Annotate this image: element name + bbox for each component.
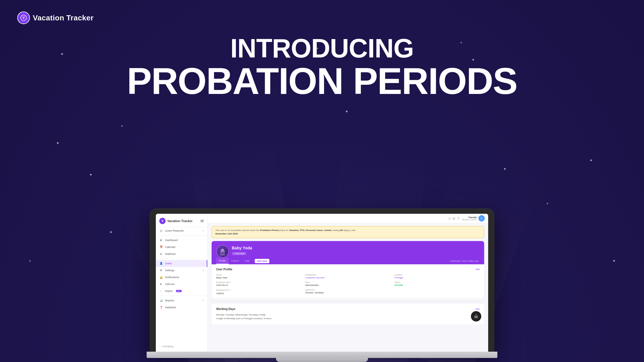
profile-header-card: Baby Yoda + Add Label <box>212 241 484 258</box>
sidebar-item-calendar[interactable]: 📅Calendar <box>156 244 207 251</box>
sidebar-item-notifications[interactable]: 🔔Notifications <box>156 274 207 281</box>
changelog-label[interactable]: Changelog <box>162 345 173 348</box>
add-label-button[interactable]: + Add Label <box>232 252 246 255</box>
profile-name-area: Baby Yoda + Add Label <box>232 246 252 258</box>
field-location-value[interactable]: Portugal <box>394 276 480 279</box>
profile-fields-grid: Name: Baby Yoda Department: Customer Suc… <box>216 274 480 295</box>
tab-profile[interactable]: Profile <box>216 258 229 264</box>
field-department: Department: Customer Success <box>305 274 390 279</box>
sidebar-item-icon: ⊕ <box>159 282 163 286</box>
sidebar-item-helpdesk[interactable]: ❓Helpdesk <box>156 304 207 311</box>
logo-text: Vacation Tracker <box>33 14 93 22</box>
probation-date: November 11th 3034. <box>215 232 238 235</box>
field-role: Role: Administrator <box>305 281 390 286</box>
field-employee-id-label: Employee ID ⓘ <box>216 289 301 292</box>
sidebar-item-import[interactable]: ↑ImportNew <box>156 288 207 294</box>
workday-length-value: Length of Workday (set on Portugal Locat… <box>216 317 480 320</box>
field-employee-since: Employee since: 2024-09-13 <box>216 281 301 286</box>
svg-point-10 <box>476 317 477 317</box>
svg-point-9 <box>475 317 476 317</box>
user-profile-edit-link[interactable]: Edit <box>476 268 480 271</box>
working-days-value: Monday, Tuesday, Wednesday, Thursday, Fr… <box>216 313 480 316</box>
svg-point-6 <box>223 251 225 253</box>
field-employee-id: Employee ID ⓘ 135543 <box>216 289 301 295</box>
laptop-screen-outer: V Vacation Tracker ◱Leave Requests▾⊞Dash… <box>150 209 494 352</box>
headline-intro: INTRODUCING <box>17 34 627 62</box>
sidebar-item-add-ons[interactable]: ⊕Add-ons <box>156 281 207 288</box>
field-employee-since-label: Employee since: <box>216 281 301 283</box>
help-icon[interactable]: ? <box>458 217 459 220</box>
breadcrumb: Dashboard / Users / Baby Yoda <box>450 260 480 262</box>
laptop: V Vacation Tracker ◱Leave Requests▾⊞Dash… <box>150 209 494 362</box>
changelog-icon: ↑ <box>159 345 160 348</box>
sidebar-item-icon: ↑ <box>159 289 163 293</box>
probation-leave-types: Vacation, PTO, Personal Leave, remote <box>289 229 332 232</box>
probation-banner: The user is on a probation period under … <box>212 226 484 238</box>
sidebar-item-label: Wallchart <box>165 253 176 255</box>
laptop-screen: V Vacation Tracker ◱Leave Requests▾⊞Dash… <box>156 214 488 352</box>
sidebar-items-container: ◱Leave Requests▾⊞Dashboard📅Calendar⊟Wall… <box>156 227 207 311</box>
sidebar-item-dashboard[interactable]: ⊞Dashboard <box>156 237 207 244</box>
sidebar-item-badge: New <box>176 290 182 292</box>
field-approvers: Approvers: Denarie, Zendaya <box>305 289 390 295</box>
sidebar-item-icon: ❓ <box>159 306 163 309</box>
sidebar-item-label: Leave Requests <box>165 229 184 232</box>
profile-name: Baby Yoda <box>232 246 252 250</box>
field-department-value[interactable]: Customer Success <box>305 276 390 279</box>
star: ✦ <box>56 141 60 145</box>
field-role-label: Role: <box>305 281 390 283</box>
back-icon[interactable]: ◁ <box>448 217 450 220</box>
probation-policy-bold: Probation Period <box>260 229 279 232</box>
svg-text:V: V <box>22 16 25 20</box>
profile-content: User Profile Edit Name: Baby Yoda <box>212 264 484 298</box>
star: + <box>29 259 31 263</box>
sidebar-item-label: Users <box>165 262 172 265</box>
probation-text-end: day(s), until <box>343 229 355 232</box>
sidebar-item-label: Notifications <box>165 276 179 279</box>
robot-icon <box>471 311 481 321</box>
tab-leaves[interactable]: Leaves <box>229 258 242 264</box>
topbar-user: Claudia Vacation Tracker C <box>462 215 485 222</box>
refresh-icon[interactable]: ◎ <box>453 217 455 220</box>
field-status-label: Status: <box>394 281 480 283</box>
sidebar-item-icon: ⊞ <box>159 238 163 242</box>
topbar: ◁ ◎ ? Claudia Vacation Tracker C <box>208 214 488 223</box>
sidebar-item-icon: ⊟ <box>159 252 163 256</box>
main-content: ◁ ◎ ? Claudia Vacation Tracker C <box>208 214 488 352</box>
star: ✦ <box>589 158 593 163</box>
profile-avatar <box>216 245 229 258</box>
hamburger-icon[interactable] <box>200 220 204 222</box>
tab-logs[interactable]: Logs <box>241 258 252 264</box>
sidebar-item-label: Dashboard <box>165 239 178 242</box>
field-name: Name: Baby Yoda <box>216 274 301 279</box>
sidebar-item-leave-requests[interactable]: ◱Leave Requests▾ <box>156 227 207 234</box>
star: ✦ <box>89 172 93 177</box>
sidebar-divider <box>156 296 207 296</box>
star: + <box>121 124 123 128</box>
sidebar-item-settings[interactable]: ⚙Settings▾ <box>156 267 207 274</box>
field-approvers-value: Denarie, Zendaya <box>305 291 390 294</box>
add-leave-button[interactable]: Add Leave <box>255 259 269 263</box>
topbar-user-info: Claudia Vacation Tracker <box>462 216 477 221</box>
topbar-avatar: C <box>478 215 485 222</box>
star: ✦ <box>345 109 348 114</box>
headline-section: INTRODUCING PROBATION PERIODS <box>0 34 644 100</box>
sidebar-item-label: Calendar <box>165 246 176 249</box>
svg-point-13 <box>476 314 476 314</box>
sidebar-item-reports[interactable]: 📊Reports▾ <box>156 297 207 304</box>
sidebar-item-wallchart[interactable]: ⊟Wallchart <box>156 251 207 257</box>
sidebar-item-icon: 👤 <box>159 262 163 265</box>
field-status: Status: ACTIVE <box>394 281 480 286</box>
sidebar-logo-text: Vacation Tracker <box>167 219 192 223</box>
sidebar-item-label: Settings <box>165 269 175 272</box>
working-days-edit-link[interactable]: Edit <box>476 308 480 310</box>
sidebar-item-users[interactable]: 👤Users <box>156 260 207 267</box>
probation-days: 60 <box>340 229 343 232</box>
sidebar-item-icon: ◱ <box>159 229 163 232</box>
sidebar-item-label: Helpdesk <box>165 306 176 309</box>
sidebar-bottom: ↑ Changelog <box>156 343 207 349</box>
field-location: Location: Portugal <box>394 274 480 279</box>
profile-tabs: Profile Leaves Logs Add Leave Dashboard … <box>212 258 484 264</box>
topbar-user-name: Claudia <box>462 216 477 219</box>
star: ✦ <box>503 167 507 171</box>
